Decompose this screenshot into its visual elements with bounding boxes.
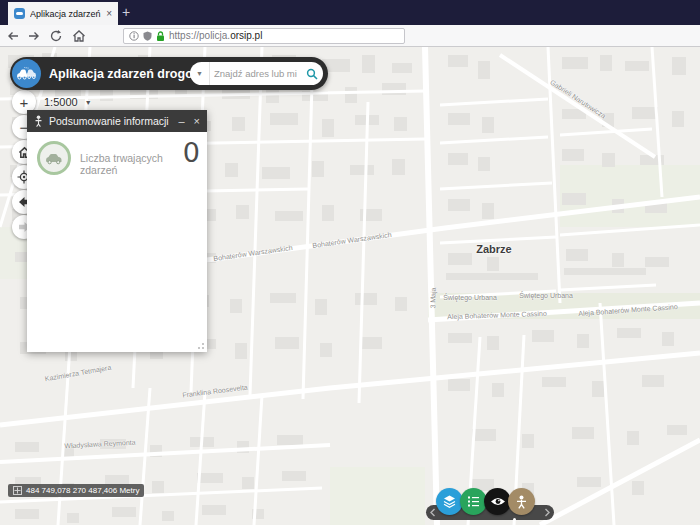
panel-resize-handle[interactable]: [198, 343, 204, 349]
browser-tab[interactable]: Aplikacja zdarzeń drogowych ×: [8, 2, 118, 25]
street-label: Świętego Urbana: [443, 294, 497, 301]
summary-panel: Podsumowanie informacji – × Liczba trwaj…: [27, 110, 207, 352]
tab-close-icon[interactable]: ×: [106, 8, 112, 19]
app-header: Aplikacja zdarzeń drogowych ▼: [10, 57, 328, 90]
plus-icon: +: [20, 94, 29, 111]
visibility-button[interactable]: [484, 488, 511, 515]
street-label: Świętego Urbana: [519, 292, 573, 299]
tab-favicon-icon: [14, 8, 25, 19]
summary-panel-body: Liczba trwających zdarzeń 0: [27, 132, 207, 352]
carousel-prev-icon[interactable]: [429, 508, 437, 517]
street-label: 3 Maja: [429, 287, 437, 308]
minimize-icon[interactable]: –: [178, 110, 184, 132]
new-tab-button[interactable]: +: [122, 4, 130, 21]
forward-icon[interactable]: [27, 29, 41, 43]
secure-lock-icon[interactable]: [156, 31, 165, 42]
carousel-indicator-dot: [513, 518, 516, 521]
scale-control[interactable]: 1:5000 ▼: [44, 96, 92, 108]
search-button[interactable]: [301, 62, 323, 85]
browser-window: Aplikacja zdarzeń drogowych × +: [0, 0, 700, 525]
tab-title: Aplikacja zdarzeń drogowych: [30, 9, 102, 19]
browser-toolbar: https://policja.orsip.pl: [0, 25, 700, 47]
search-box: ▼: [190, 62, 323, 85]
people-button[interactable]: [508, 488, 535, 515]
city-label: Zabrze: [476, 243, 511, 255]
stat-label: Liczba trwających zdarzeń: [80, 152, 192, 176]
app-logo-cars-icon: [12, 59, 41, 88]
back-icon[interactable]: [6, 29, 20, 43]
legend-button[interactable]: [460, 488, 487, 515]
search-input[interactable]: [210, 68, 301, 79]
eye-icon: [490, 496, 506, 507]
tracking-shield-icon[interactable]: [143, 31, 152, 41]
chevron-down-icon: ▼: [85, 99, 92, 106]
legend-list-icon: [467, 495, 480, 508]
close-icon[interactable]: ×: [194, 110, 200, 132]
layers-icon: [442, 494, 457, 509]
layers-button[interactable]: [436, 488, 463, 515]
stat-value: 0: [183, 137, 200, 168]
url-text: https://policja.orsip.pl: [169, 29, 262, 43]
scale-value: 1:5000: [44, 96, 78, 108]
summary-panel-header[interactable]: Podsumowanie informacji – ×: [27, 110, 207, 132]
carousel-next-icon[interactable]: [543, 508, 551, 517]
panel-pin-person-icon: [34, 115, 43, 127]
crosshair-icon[interactable]: [13, 486, 22, 495]
reload-icon[interactable]: [49, 29, 63, 43]
page-info-icon[interactable]: [129, 31, 139, 41]
url-bar[interactable]: https://policja.orsip.pl: [123, 28, 405, 44]
person-icon: [516, 495, 527, 509]
coordinates-bar: 484 749,078 270 487,406 Metry: [8, 484, 144, 497]
coordinates-value: 484 749,078 270 487,406 Metry: [26, 486, 139, 495]
incident-stat-icon: [37, 141, 71, 175]
search-icon: [306, 68, 318, 80]
home-icon[interactable]: [72, 29, 86, 43]
panel-title: Podsumowanie informacji: [49, 115, 169, 127]
search-source-dropdown[interactable]: ▼: [190, 62, 210, 85]
browser-tab-bar: Aplikacja zdarzeń drogowych × +: [0, 0, 700, 25]
